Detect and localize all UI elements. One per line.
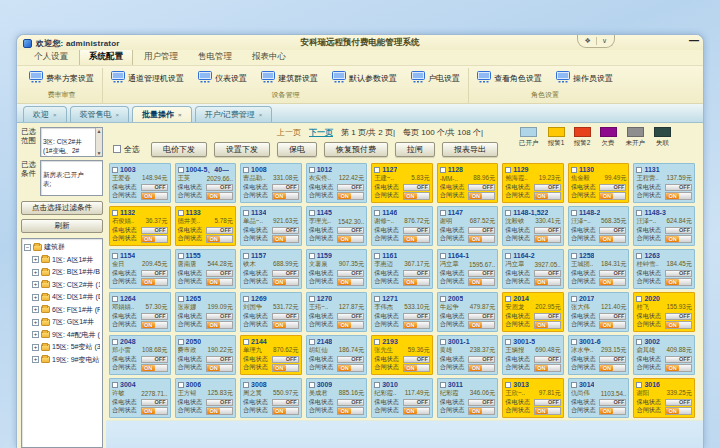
protect-toggle[interactable]: OFF	[599, 227, 626, 235]
on-button[interactable]: ON	[469, 279, 482, 285]
selected-range-listbox[interactable]: 3区: C区2#井 (1#变电、2# 变电、/C区1# ▲ ▼	[40, 127, 103, 157]
menu-item-个人设置[interactable]: 个人设置	[25, 49, 77, 65]
switch-toggle[interactable]: ON	[665, 278, 692, 286]
switch-toggle[interactable]: ON	[403, 278, 430, 286]
tree-node[interactable]: +4区: D区1#井 (D区..	[32, 292, 100, 302]
switch-toggle[interactable]: ON	[337, 235, 364, 243]
on-button[interactable]: ON	[404, 279, 417, 285]
off-button[interactable]: OFF	[220, 356, 232, 362]
protect-toggle[interactable]: OFF	[403, 184, 430, 192]
off-button[interactable]: OFF	[482, 184, 494, 190]
on-button[interactable]: ON	[666, 365, 679, 371]
protect-toggle[interactable]: OFF	[337, 313, 364, 321]
expand-icon[interactable]: +	[32, 256, 39, 263]
on-button[interactable]: ON	[338, 193, 351, 199]
protect-toggle[interactable]: OFF	[141, 184, 168, 192]
room-card[interactable]: 1157铁木688.99元保电状态OFF合闸状态ON	[240, 249, 302, 289]
switch-toggle[interactable]: ON	[272, 407, 299, 415]
room-card[interactable]: 1161李惠迈367.17元保电状态OFF合闸状态ON	[371, 249, 433, 289]
switch-toggle[interactable]: ON	[534, 407, 561, 415]
switch-toggle[interactable]: ON	[599, 321, 626, 329]
room-checkbox[interactable]	[636, 253, 642, 259]
room-card[interactable]: 1265张家娜199.09元保电状态OFF合闸状态ON	[175, 292, 237, 332]
switch-toggle[interactable]: ON	[206, 364, 233, 372]
switch-toggle[interactable]: ON	[468, 235, 495, 243]
on-button[interactable]: ON	[535, 408, 548, 414]
room-checkbox[interactable]	[505, 382, 511, 388]
room-checkbox[interactable]	[112, 339, 118, 345]
off-button[interactable]: OFF	[482, 356, 494, 362]
room-checkbox[interactable]	[374, 382, 380, 388]
room-card[interactable]: 2005牛起争479.87元保电状态OFF合闸状态ON	[437, 292, 499, 332]
room-checkbox[interactable]	[636, 296, 642, 302]
off-button[interactable]: OFF	[613, 227, 625, 233]
on-button[interactable]: ON	[469, 193, 482, 199]
tree-node[interactable]: +1区: A区1#井	[32, 255, 100, 265]
ribbon-button-操作员设置[interactable]: 操作员设置	[554, 69, 615, 87]
room-card[interactable]: 2014安恩龙202.95元保电状态OFF合闸状态ON	[502, 292, 564, 332]
room-card[interactable]: 2144单理九870.62元保电状态OFF合闸状态ON	[240, 335, 302, 375]
protect-toggle[interactable]: OFF	[337, 399, 364, 407]
room-checkbox[interactable]	[309, 382, 315, 388]
room-checkbox[interactable]	[309, 167, 315, 173]
protect-toggle[interactable]: OFF	[599, 356, 626, 364]
off-button[interactable]: OFF	[286, 270, 298, 276]
tree-node[interactable]: +15区: 5#变站 (3#..	[32, 342, 100, 352]
room-card[interactable]: 1008曹品勒..331.08元保电状态OFF合闸状态ON	[240, 163, 302, 203]
switch-toggle[interactable]: ON	[599, 407, 626, 415]
switch-toggle[interactable]: ON	[665, 364, 692, 372]
room-card[interactable]: 3001-5王辆报690.48元保电状态OFF合闸状态ON	[502, 335, 564, 375]
action-button-电价下发[interactable]: 电价下发	[151, 142, 207, 157]
protect-toggle[interactable]: OFF	[206, 356, 233, 364]
off-button[interactable]: OFF	[482, 399, 494, 405]
protect-toggle[interactable]: OFF	[665, 356, 692, 364]
ribbon-button-仪表设置[interactable]: 仪表设置	[196, 69, 249, 87]
off-button[interactable]: OFF	[351, 184, 363, 190]
protect-toggle[interactable]: OFF	[272, 356, 299, 364]
action-button-报表导出[interactable]: 报表导出	[442, 142, 498, 157]
switch-toggle[interactable]: ON	[665, 407, 692, 415]
room-checkbox[interactable]	[178, 167, 184, 173]
room-card[interactable]: 2193张先生59.36元保电状态OFF合闸状态ON	[371, 335, 433, 375]
room-card[interactable]: 1263桂钟雪..184.45元保电状态OFF合闸状态ON	[633, 249, 695, 289]
protect-toggle[interactable]: OFF	[534, 270, 561, 278]
off-button[interactable]: OFF	[613, 313, 625, 319]
room-checkbox[interactable]	[178, 210, 184, 216]
protect-toggle[interactable]: OFF	[272, 270, 299, 278]
off-button[interactable]: OFF	[679, 399, 691, 405]
off-button[interactable]: OFF	[286, 399, 298, 405]
switch-toggle[interactable]: ON	[272, 235, 299, 243]
on-button[interactable]: ON	[207, 236, 220, 242]
on-button[interactable]: ON	[535, 322, 548, 328]
off-button[interactable]: OFF	[679, 356, 691, 362]
protect-toggle[interactable]: OFF	[206, 184, 233, 192]
off-button[interactable]: OFF	[155, 270, 167, 276]
tree-root[interactable]: −建筑群	[24, 242, 100, 252]
switch-toggle[interactable]: ON	[403, 192, 430, 200]
switch-toggle[interactable]: ON	[206, 192, 233, 200]
room-checkbox[interactable]	[505, 210, 511, 216]
switch-toggle[interactable]: ON	[206, 321, 233, 329]
room-checkbox[interactable]	[243, 253, 249, 259]
room-card[interactable]: 1128-MM-..88.96元保电状态OFF合闸状态ON	[437, 163, 499, 203]
on-button[interactable]: ON	[666, 279, 679, 285]
off-button[interactable]: OFF	[220, 184, 232, 190]
minimize-icon[interactable]: —	[689, 37, 699, 45]
on-button[interactable]: ON	[535, 193, 548, 199]
protect-toggle[interactable]: OFF	[665, 313, 692, 321]
expand-icon[interactable]: +	[32, 294, 39, 301]
room-checkbox[interactable]	[243, 210, 249, 216]
switch-toggle[interactable]: ON	[403, 407, 430, 415]
room-checkbox[interactable]	[636, 382, 642, 388]
switch-toggle[interactable]: ON	[206, 278, 233, 286]
room-checkbox[interactable]	[112, 167, 118, 173]
room-card[interactable]: 1155唐南唐544.28元保电状态OFF合闸状态ON	[175, 249, 237, 289]
prev-page-link[interactable]: 上一页	[277, 127, 301, 138]
off-button[interactable]: OFF	[548, 313, 560, 319]
ribbon-button-通道管理机设置[interactable]: 通道管理机设置	[109, 69, 186, 87]
on-button[interactable]: ON	[142, 193, 155, 199]
protect-toggle[interactable]: OFF	[599, 270, 626, 278]
switch-toggle[interactable]: ON	[272, 364, 299, 372]
on-button[interactable]: ON	[469, 322, 482, 328]
protect-toggle[interactable]: OFF	[468, 399, 495, 407]
